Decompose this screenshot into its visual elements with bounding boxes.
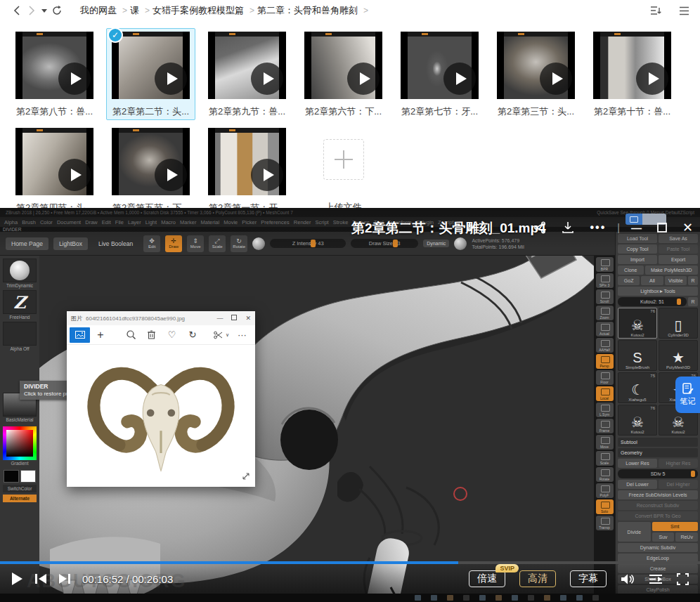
- shelf-tool-icon: Floor: [596, 370, 614, 385]
- sort-icon[interactable]: [648, 3, 663, 18]
- photos-maximize-icon[interactable]: [231, 315, 237, 322]
- export-button: Export: [659, 255, 698, 264]
- file-card[interactable]: ✓ 第2章第三节：头...: [491, 28, 581, 120]
- video-player[interactable]: ZBrush 2018 | 26,250 • Free Mem 17,220GB…: [0, 208, 700, 602]
- main-color-swatch: [4, 470, 19, 483]
- playlist-icon[interactable]: [649, 574, 663, 584]
- file-card[interactable]: ✓ 第2章第五节：下...: [106, 124, 195, 216]
- file-card[interactable]: ✓ 第2章第六节：下...: [299, 28, 388, 120]
- lower-res-button: Lower Res: [618, 459, 657, 468]
- video-thumbnail[interactable]: ✓: [593, 32, 671, 99]
- zbrush-mode-button: ↻Rotate: [231, 235, 247, 252]
- smt-toggle: Smt: [652, 522, 698, 531]
- more-options-icon[interactable]: ···: [232, 327, 252, 343]
- resize-handle-icon[interactable]: [242, 470, 249, 483]
- upload-file-tile[interactable]: 上传文件: [299, 124, 388, 216]
- tool-thumbnail: S SimpleBrush: [618, 340, 657, 371]
- goz-button: GoZ: [618, 276, 640, 285]
- video-thumbnail[interactable]: ✓: [208, 128, 286, 195]
- top-navigation-bar: 我的网盘课女猎手案例教程模型篇第二章：头骨和兽角雕刻: [0, 0, 700, 21]
- video-thumbnail[interactable]: ✓: [15, 128, 93, 195]
- file-card[interactable]: ✓ 第2章第七节：牙...: [395, 28, 484, 120]
- crop-edit-icon[interactable]: ∨: [212, 327, 232, 343]
- breadcrumb: 我的网盘课女猎手案例教程模型篇第二章：头骨和兽角雕刻: [80, 4, 368, 17]
- breadcrumb-item[interactable]: 我的网盘: [80, 4, 127, 17]
- delete-icon[interactable]: [141, 327, 162, 343]
- zbrush-mode-button: ✛Draw: [165, 235, 182, 252]
- file-card[interactable]: ✓ 第2章第二节：头...: [106, 28, 195, 120]
- refresh-icon[interactable]: [49, 3, 65, 18]
- back-icon[interactable]: [8, 3, 24, 18]
- zoom-icon[interactable]: [121, 327, 141, 343]
- photos-close-icon[interactable]: ✕: [245, 315, 251, 322]
- z-intensity-slider: Z Intensity 43: [270, 239, 346, 248]
- image-view-icon[interactable]: [70, 327, 90, 343]
- history-dropdown-icon[interactable]: [39, 3, 49, 18]
- shelf-tool-icon: Solo: [596, 499, 614, 514]
- playback-speed-button[interactable]: 倍速 SVIP: [469, 570, 505, 587]
- video-thumbnail[interactable]: ✓: [112, 128, 190, 195]
- video-taskbar-strip: [0, 594, 700, 602]
- suv-button: Suv: [652, 532, 675, 542]
- higher-res-button: Higher Res: [659, 459, 698, 468]
- file-card[interactable]: ✓ 第2章第四节：头...: [10, 124, 99, 216]
- geometry-section-button: Dynamic Subdiv: [618, 543, 698, 552]
- reuv-button: ReUv: [675, 532, 698, 542]
- rotate-icon[interactable]: ↻: [182, 327, 202, 343]
- secondary-color-swatch: [20, 470, 36, 483]
- photos-minimize-icon[interactable]: —: [216, 315, 223, 322]
- all-button: All: [641, 276, 663, 285]
- video-thumbnail[interactable]: ✓: [304, 32, 382, 99]
- video-thumbnail[interactable]: ✓: [497, 32, 575, 99]
- tool-thumbnails: 76 ☠ Kutou2 ▯ Cylinder3D S SimpleBrush ★…: [618, 308, 698, 436]
- file-name: 第2章第三节：头...: [498, 105, 574, 118]
- photos-app-window[interactable]: 图片 604f21661041dfcc937808045ae990.jpg — …: [67, 311, 255, 487]
- previous-button[interactable]: [34, 573, 47, 584]
- next-button[interactable]: [58, 573, 71, 584]
- quality-button[interactable]: 高清: [519, 570, 556, 587]
- brush-label: TrimDynamic: [6, 283, 33, 288]
- breadcrumb-item[interactable]: 课: [130, 4, 150, 17]
- subtitle-button[interactable]: 字幕: [570, 570, 607, 587]
- minimize-icon[interactable]: —: [631, 222, 642, 234]
- more-actions-icon[interactable]: •••: [590, 221, 606, 234]
- favorite-icon[interactable]: ♡: [162, 327, 182, 343]
- file-card[interactable]: ✓ 第2章第十节：兽...: [588, 28, 677, 120]
- share-icon[interactable]: [533, 221, 546, 234]
- shelf-tool-icon: PolyF: [596, 483, 614, 498]
- file-card[interactable]: ✓ 第2章第九节：兽...: [202, 28, 292, 120]
- reconstruct-subdiv-button: Reconstruct Subdiv: [618, 501, 698, 510]
- play-icon: [540, 63, 572, 95]
- file-card[interactable]: ✓ 第2章第一节：开...: [202, 124, 292, 216]
- notes-fab-button[interactable]: 笔记: [675, 377, 700, 413]
- download-icon[interactable]: [562, 221, 574, 234]
- forward-icon[interactable]: [24, 3, 39, 18]
- color-picker: [3, 426, 37, 460]
- gradient-label: Gradient: [11, 461, 29, 466]
- alpha-thumbnail: [3, 322, 37, 346]
- r-button: R: [688, 276, 698, 285]
- breadcrumb-item[interactable]: 第二章：头骨和兽角雕刻: [257, 4, 368, 17]
- view-mode-icon[interactable]: [676, 3, 692, 18]
- popout-icon[interactable]: [657, 223, 667, 233]
- clone-button: Clone: [618, 266, 644, 275]
- close-icon[interactable]: ✕: [682, 220, 693, 235]
- video-thumbnail[interactable]: ✓: [15, 32, 93, 99]
- upload-dropzone[interactable]: [323, 139, 364, 180]
- add-icon[interactable]: +: [90, 327, 110, 343]
- player-controls-bar: 00:16:52 / 00:26:03 倍速 SVIP 高清 字幕: [0, 564, 700, 594]
- video-thumbnail[interactable]: ✓: [112, 32, 190, 99]
- tool-thumbnail: ▯ Cylinder3D: [659, 308, 698, 339]
- video-thumbnail[interactable]: ✓: [208, 32, 286, 99]
- del-lower-button: Del Lower: [618, 480, 657, 489]
- file-card[interactable]: ✓ 第2章第八节：兽...: [10, 28, 99, 120]
- video-thumbnail[interactable]: ✓: [401, 32, 479, 99]
- shelf-tool-icon: SPix 3: [596, 273, 614, 288]
- alpha-label: Alpha Off: [11, 346, 30, 351]
- photos-title-bar[interactable]: 图片 604f21661041dfcc937808045ae990.jpg — …: [67, 311, 255, 325]
- svip-badge: SVIP: [495, 564, 519, 572]
- volume-icon[interactable]: [621, 573, 635, 585]
- play-button[interactable]: [11, 572, 23, 586]
- breadcrumb-item[interactable]: 女猎手案例教程模型篇: [153, 4, 254, 17]
- fullscreen-icon[interactable]: [677, 573, 689, 585]
